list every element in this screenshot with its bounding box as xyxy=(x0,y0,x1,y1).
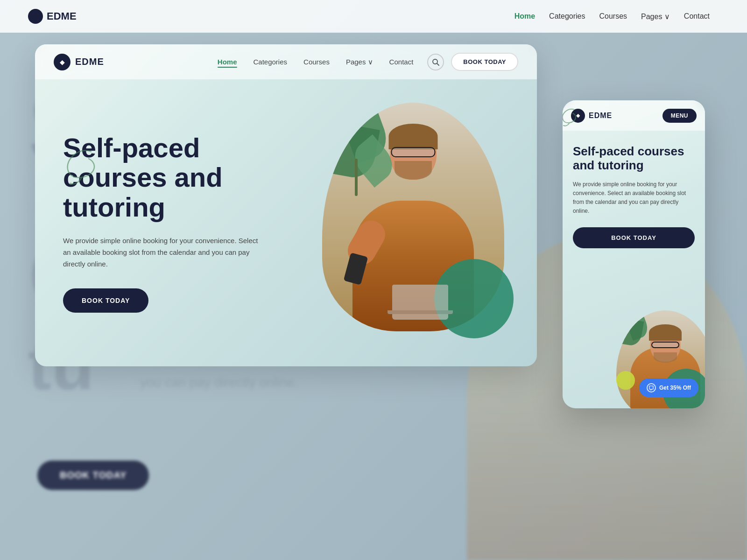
plant-leaves xyxy=(329,112,399,196)
laptop-hint xyxy=(392,285,448,320)
search-icon[interactable] xyxy=(427,54,444,70)
mobile-hero-book-button[interactable]: BOOK TODAY xyxy=(573,227,695,248)
nav-link-categories[interactable]: Categories xyxy=(254,58,288,66)
bg-nav: EDME Home Categories Courses Pages ∨ Con… xyxy=(0,0,747,33)
desktop-logo-icon xyxy=(54,54,70,70)
bg-book-today-btn[interactable]: BOOK TODAY xyxy=(37,461,149,490)
mobile-plant xyxy=(619,313,651,355)
nav-link-pages[interactable]: Pages ∨ xyxy=(346,58,373,66)
chat-widget[interactable]: Get 35% Off xyxy=(639,378,698,397)
bg-nav-home: Home xyxy=(514,12,535,21)
mobile-menu-button[interactable]: MENU xyxy=(662,109,697,123)
nav-link-contact[interactable]: Contact xyxy=(389,58,414,66)
svg-line-1 xyxy=(437,63,439,65)
desktop-hero-book-button[interactable]: BOOK TODAY xyxy=(63,288,148,313)
desktop-logo: EDME xyxy=(54,54,104,70)
bg-book-btn-label: BOOK TODAY xyxy=(60,470,127,480)
mobile-card: EDME MENU Self-paced courses and tutorin… xyxy=(563,100,705,408)
bg-nav-pages: Pages ∨ xyxy=(641,12,670,21)
mobile-hero-description: We provide simple online booking for you… xyxy=(573,180,695,216)
mobile-curl-decoration-icon xyxy=(563,105,584,128)
nav-link-courses[interactable]: Courses xyxy=(303,58,330,66)
desktop-card: EDME Home Categories Courses Pages ∨ Con… xyxy=(35,44,537,366)
desktop-nav: EDME Home Categories Courses Pages ∨ Con… xyxy=(35,44,537,79)
desktop-hero: Self-paced courses and tutoring We provi… xyxy=(35,79,537,366)
nav-link-home[interactable]: Home xyxy=(218,58,237,66)
bg-nav-contact: Contact xyxy=(684,12,710,21)
mobile-hero: Self-paced courses and tutoring We provi… xyxy=(563,131,705,258)
desktop-nav-book-button[interactable]: BOOK TODAY xyxy=(451,53,518,71)
chat-icon xyxy=(647,383,656,392)
mobile-yellow-accent xyxy=(616,371,635,390)
mobile-nav: EDME MENU xyxy=(563,100,705,131)
bg-logo: EDME xyxy=(28,9,77,24)
mobile-logo-text: EDME xyxy=(589,112,612,120)
bg-logo-text: EDME xyxy=(47,10,77,22)
chat-widget-label: Get 35% Off xyxy=(659,385,691,391)
desktop-nav-links: Home Categories Courses Pages ∨ Contact xyxy=(218,58,414,66)
bg-nav-courses: Courses xyxy=(599,12,627,21)
bg-nav-categories: Categories xyxy=(549,12,585,21)
bg-nav-links: Home Categories Courses Pages ∨ Contact xyxy=(514,12,710,21)
hero-left: Self-paced courses and tutoring We provi… xyxy=(63,133,306,313)
bg-logo-icon xyxy=(28,9,43,24)
desktop-logo-text: EDME xyxy=(75,56,104,67)
mobile-hero-title: Self-paced courses and tutoring xyxy=(573,145,695,173)
hero-description: We provide simple online booking for you… xyxy=(63,235,264,270)
curl-decoration-icon xyxy=(54,142,110,189)
hero-right xyxy=(306,98,509,348)
